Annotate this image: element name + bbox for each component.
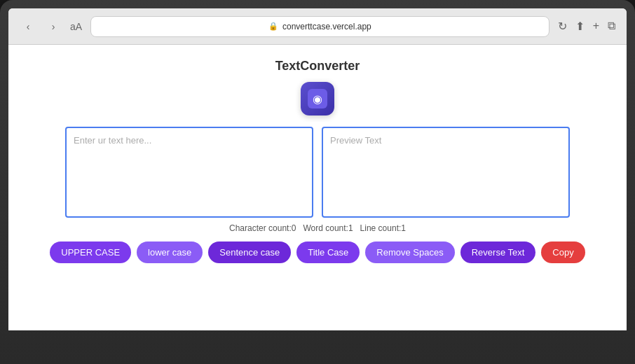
app-icon: ◉ [301, 82, 334, 115]
reload-icon[interactable]: ↻ [558, 20, 567, 33]
stats-bar: Character count:0 Word count:1 Line coun… [229, 223, 406, 233]
btn-lower-case[interactable]: lower case [137, 241, 203, 263]
browser-bar: ‹ › aA 🔒 converttcase.vercel.app ↻ ⬆ + ⧉ [8, 8, 627, 45]
tabs-icon[interactable]: ⧉ [608, 20, 615, 33]
lock-icon: 🔒 [268, 22, 278, 31]
text-areas [65, 127, 570, 218]
screen: ‹ › aA 🔒 converttcase.vercel.app ↻ ⬆ + ⧉… [8, 8, 627, 330]
character-count: Character count:0 [229, 223, 296, 233]
share-icon[interactable]: ⬆ [575, 20, 585, 33]
btn-sentence-case[interactable]: Sentence case [208, 241, 291, 263]
line-count: Line count:1 [360, 223, 406, 233]
address-bar[interactable]: 🔒 converttcase.vercel.app [90, 16, 549, 37]
reader-button[interactable]: aA [70, 21, 82, 32]
app-title: TextConverter [275, 59, 360, 74]
word-count: Word count:1 [303, 223, 353, 233]
url-text: converttcase.vercel.app [282, 22, 371, 31]
btn-reverse-text[interactable]: Reverse Text [460, 241, 536, 263]
preview-output[interactable] [322, 127, 570, 218]
buttons-row: UPPER CASElower caseSentence caseTitle C… [50, 241, 585, 263]
browser-content: TextConverter ◉ Character count:0 Word c… [8, 45, 627, 330]
app-icon-inner: ◉ [308, 89, 327, 108]
app-icon-symbol: ◉ [313, 92, 322, 106]
back-button[interactable]: ‹ [20, 18, 36, 35]
forward-button[interactable]: › [45, 18, 62, 35]
btn-copy[interactable]: Copy [541, 241, 585, 263]
new-tab-icon[interactable]: + [593, 20, 599, 33]
laptop-frame: ‹ › aA 🔒 converttcase.vercel.app ↻ ⬆ + ⧉… [0, 0, 635, 364]
btn-remove-spaces[interactable]: Remove Spaces [365, 241, 454, 263]
text-input[interactable] [65, 127, 313, 218]
btn-title-case[interactable]: Title Case [296, 241, 360, 263]
browser-actions: ↻ ⬆ + ⧉ [558, 20, 615, 33]
btn-upper-case[interactable]: UPPER CASE [50, 241, 131, 263]
